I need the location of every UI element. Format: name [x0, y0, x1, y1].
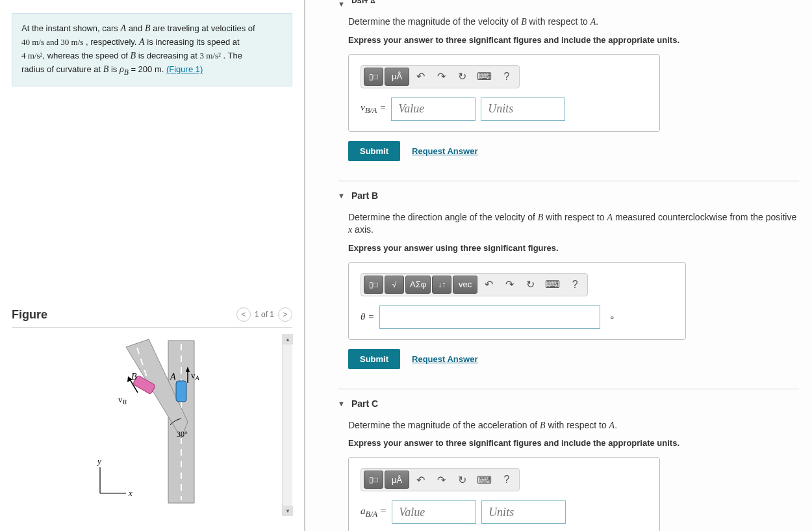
- part-b-toolbar: ▯□ √ ΑΣφ ↓↑ vec ↶ ↷ ↻ ⌨ ?: [361, 273, 588, 296]
- units-menu-icon[interactable]: μÅ: [385, 471, 409, 489]
- sqrt-icon[interactable]: √: [385, 276, 404, 294]
- figure-section: Figure < 1 of 1 > A: [12, 307, 292, 516]
- text: with respect to: [546, 420, 609, 430]
- keyboard-icon[interactable]: ⌨: [473, 68, 496, 86]
- part-a-body: Determine the magnitude of the velocity …: [338, 12, 799, 173]
- part-c-label: Part C: [351, 398, 378, 409]
- part-c-units-input[interactable]: [481, 500, 566, 524]
- value-vB: and 30 m/s: [44, 37, 83, 47]
- part-b-actions: Submit Request Answer: [348, 349, 799, 369]
- var-B3: B: [103, 64, 109, 74]
- scroll-up-icon[interactable]: ▲: [283, 334, 293, 344]
- axis-y: y: [96, 456, 101, 466]
- undo-icon[interactable]: ↶: [411, 68, 430, 86]
- part-a-header-clipped[interactable]: ▼ Part A: [338, 0, 799, 12]
- help-icon[interactable]: ?: [565, 276, 585, 294]
- var-rho: ρB: [120, 64, 129, 74]
- part-c-value-input[interactable]: [392, 500, 476, 524]
- templates-icon[interactable]: ▯□: [364, 68, 383, 86]
- figure-header: Figure < 1 of 1 >: [12, 307, 292, 328]
- part-b-request-answer-link[interactable]: Request Answer: [412, 354, 477, 364]
- part-b-label: Part B: [351, 190, 378, 201]
- caret-icon: ▼: [338, 192, 345, 200]
- undo-icon[interactable]: ↶: [411, 471, 430, 489]
- right-panel: ▼ Part A Determine the magnitude of the …: [305, 0, 812, 531]
- caret-icon: ▼: [338, 400, 345, 408]
- part-a-value-input[interactable]: [391, 97, 476, 121]
- part-a-var-label: vB/A =: [361, 102, 386, 116]
- part-c-input-row: aB/A =: [361, 500, 648, 524]
- part-a-units-input[interactable]: [481, 97, 565, 121]
- next-figure-button[interactable]: >: [278, 307, 292, 322]
- templates-icon[interactable]: ▯□: [364, 276, 383, 294]
- figure-nav: < 1 of 1 >: [236, 307, 292, 322]
- units-menu-icon[interactable]: μÅ: [385, 68, 409, 86]
- part-b-body: Determine the direction angle of the vel…: [338, 207, 799, 381]
- figure-link[interactable]: (Figure 1): [166, 64, 203, 74]
- label-A: A: [170, 372, 176, 382]
- text: Determine the magnitude of the accelerat…: [348, 420, 540, 430]
- text: , respectively.: [83, 37, 139, 47]
- axis-x: x: [128, 488, 133, 498]
- reset-icon[interactable]: ↻: [520, 276, 540, 294]
- caret-icon: ▼: [338, 0, 345, 8]
- var-B: B: [145, 23, 151, 33]
- part-a-submit-button[interactable]: Submit: [348, 141, 400, 161]
- part-a-toolbar: ▯□ μÅ ↶ ↷ ↻ ⌨ ?: [361, 65, 520, 88]
- redo-icon[interactable]: ↷: [431, 471, 451, 489]
- figure-image: A vA B vB 30°: [12, 334, 292, 516]
- text: is decreasing at: [136, 51, 199, 60]
- reset-icon[interactable]: ↻: [452, 68, 472, 86]
- var-B: B: [540, 421, 546, 430]
- undo-icon[interactable]: ↶: [479, 276, 498, 294]
- text: is increasing its speed at: [145, 37, 240, 47]
- part-b-value-input[interactable]: [379, 305, 600, 329]
- figure-title: Figure: [12, 308, 47, 322]
- text: and: [126, 23, 145, 33]
- part-a-label-clipped: Part A: [351, 0, 376, 3]
- var-A: A: [609, 421, 615, 430]
- keyboard-icon[interactable]: ⌨: [473, 471, 496, 489]
- part-c-var-label: aB/A =: [361, 506, 387, 519]
- vec-icon[interactable]: vec: [453, 276, 477, 294]
- text: Determine the direction angle of the vel…: [348, 212, 538, 222]
- part-b-var-label: θ =: [361, 311, 374, 322]
- text: with respect to: [543, 212, 607, 222]
- scroll-down-icon[interactable]: ▼: [283, 506, 293, 516]
- part-b-input-row: θ = ∘: [361, 305, 674, 329]
- templates-icon[interactable]: ▯□: [364, 471, 383, 489]
- value-aB: 3 m/s²: [199, 51, 220, 60]
- part-b-submit-button[interactable]: Submit: [348, 349, 400, 369]
- updown-icon[interactable]: ↓↑: [432, 276, 451, 294]
- part-c-answer-box: ▯□ μÅ ↶ ↷ ↻ ⌨ ? aB/A =: [348, 457, 660, 531]
- part-b-header[interactable]: ▼ Part B: [338, 181, 799, 207]
- redo-icon[interactable]: ↷: [431, 68, 451, 86]
- var-B2: B: [131, 51, 136, 60]
- var-A: A: [120, 23, 126, 33]
- keyboard-icon[interactable]: ⌨: [541, 276, 564, 294]
- part-c-header[interactable]: ▼ Part C: [338, 389, 799, 415]
- reset-icon[interactable]: ↻: [452, 471, 472, 489]
- road-diagram: A vA B vB 30°: [68, 334, 236, 510]
- value-vA: 40 m/s: [21, 37, 44, 47]
- label-angle: 30°: [177, 430, 188, 439]
- figure-scrollbar[interactable]: ▲ ▼: [282, 334, 292, 516]
- greek-icon[interactable]: ΑΣφ: [405, 276, 431, 294]
- degree-symbol: ∘: [609, 312, 615, 322]
- label-vB: vB: [118, 395, 127, 406]
- figure-page-indicator: 1 of 1: [255, 310, 274, 319]
- part-a-actions: Submit Request Answer: [348, 141, 799, 161]
- help-icon[interactable]: ?: [497, 471, 516, 489]
- text: At the instant shown, cars: [21, 23, 120, 33]
- part-a-request-answer-link[interactable]: Request Answer: [412, 146, 477, 156]
- left-panel: At the instant shown, cars A and B are t…: [0, 0, 305, 531]
- text: are traveling at velocities of: [151, 23, 255, 33]
- var-A: A: [607, 213, 613, 222]
- text: .: [596, 16, 598, 27]
- part-a-instruction: Express your answer to three significant…: [348, 35, 799, 45]
- help-icon[interactable]: ?: [497, 68, 516, 86]
- prev-figure-button[interactable]: <: [236, 307, 251, 322]
- problem-statement: At the instant shown, cars A and B are t…: [12, 13, 292, 86]
- redo-icon[interactable]: ↷: [500, 276, 519, 294]
- label-B: B: [131, 372, 137, 382]
